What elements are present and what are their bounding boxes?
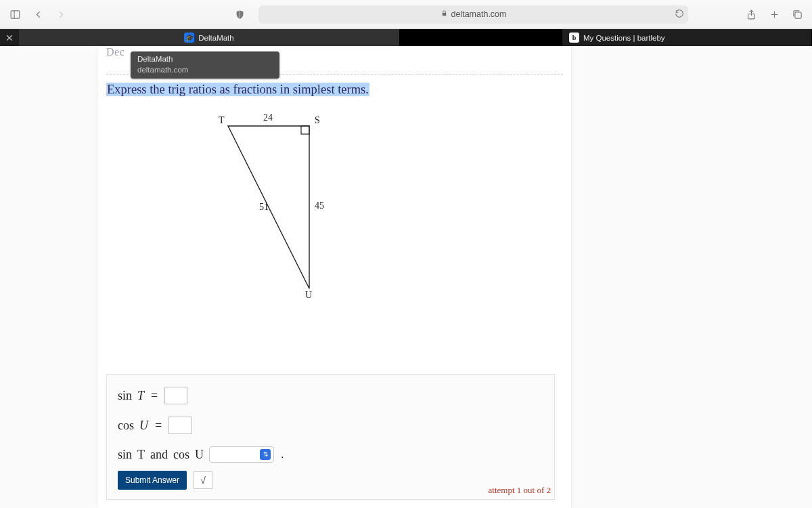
browser-toolbar: deltamath.com [0,0,812,29]
tab-deltamath-label: DeltaMath [198,34,233,42]
tabs-overview-icon[interactable] [788,5,807,24]
side-hyp-label: 51 [259,202,269,213]
equals-sign: = [155,419,162,433]
partial-header-text: Dec [106,46,125,58]
svg-rect-2 [442,13,446,16]
address-bar[interactable]: deltamath.com [258,5,688,24]
side-top-label: 24 [263,112,273,123]
cosU-input[interactable] [168,417,191,434]
svg-marker-7 [228,126,309,289]
svg-rect-6 [794,12,800,18]
fn2-label: cos [173,448,189,462]
triangle-figure: T S U 24 45 51 [221,119,357,302]
period: . [281,448,284,461]
svg-rect-8 [301,126,309,134]
tab-bartleby-label: My Questions | bartleby [583,34,665,42]
select-caret-icon [260,449,271,460]
tab-gap [400,29,562,46]
angle-label: U [139,419,148,433]
tab-tooltip: DeltaMath deltamath.com [131,51,279,79]
svg-rect-0 [11,10,20,18]
vertex-S-label: S [315,115,320,126]
deltamath-favicon-icon: 🎓 [184,33,194,43]
new-tab-icon[interactable] [765,5,784,24]
tooltip-subtitle: deltamath.com [137,65,273,76]
submit-button[interactable]: Submit Answer [118,471,187,490]
attempt-counter: attempt 1 out of 2 [489,485,551,496]
problem-panel: Dec DeltaMath deltamath.com Express the … [98,46,572,508]
relation-select[interactable] [209,446,274,463]
and-label: and [150,448,168,462]
answer-row-sinT: sin T = [118,387,543,404]
forward-icon [51,5,70,24]
tab-bartleby[interactable]: b My Questions | bartleby [562,29,812,46]
sinT-input[interactable] [164,387,187,404]
a1-label: T [137,448,145,462]
answer-row-cosU: cos U = [118,417,543,434]
vertex-U-label: U [305,290,312,301]
a2-label: U [195,448,204,462]
privacy-shield-icon[interactable] [230,5,249,24]
side-right-label: 45 [315,200,324,211]
close-tab-icon[interactable]: ✕ [0,29,19,46]
fn-label: sin [118,389,132,403]
reload-icon[interactable] [675,9,684,20]
address-text: deltamath.com [451,9,507,19]
page-content: Dec DeltaMath deltamath.com Express the … [0,46,812,508]
tooltip-title: DeltaMath [137,54,273,65]
answer-card: sin T = cos U = sin T and cos U [106,374,555,500]
tab-deltamath[interactable]: 🎓 DeltaMath [19,29,400,46]
fn1-label: sin [118,448,132,462]
vertex-T-label: T [219,115,225,126]
relation-row: sin T and cos U . [118,446,543,463]
fn-label: cos [118,419,134,433]
equals-sign: = [151,389,158,403]
lock-icon [441,9,448,19]
back-icon[interactable] [28,5,47,24]
tab-strip: ✕ 🎓 DeltaMath b My Questions | bartleby [0,29,812,46]
share-icon[interactable] [742,5,761,24]
sidebar-toggle-icon[interactable] [5,5,24,24]
question-prompt: Express the trig ratios as fractions in … [106,83,369,96]
sqrt-button[interactable]: √ [194,471,212,489]
angle-label: T [137,389,144,403]
bartleby-favicon-icon: b [569,33,579,43]
